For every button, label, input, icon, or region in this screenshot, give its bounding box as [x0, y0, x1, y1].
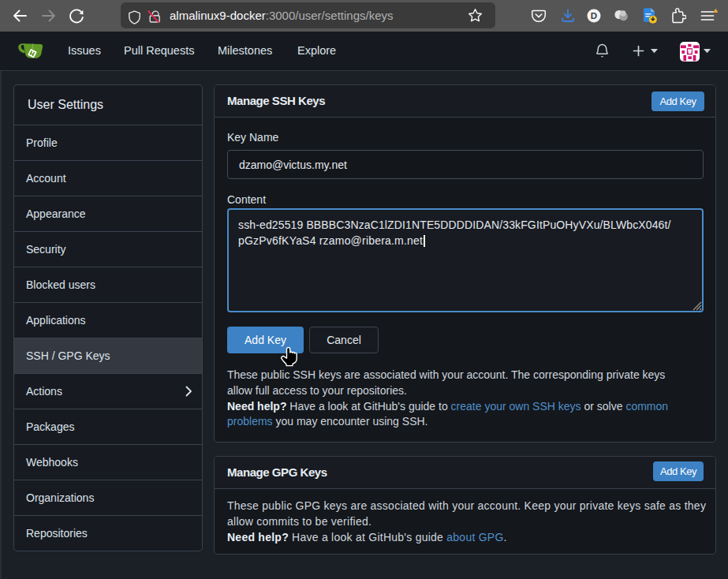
svg-text:D: D [591, 11, 597, 21]
